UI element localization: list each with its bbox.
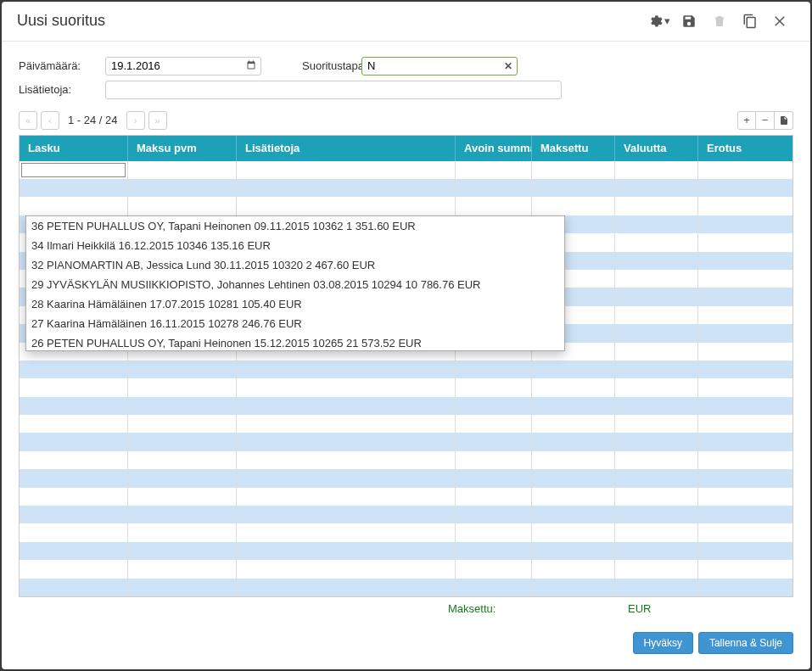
table-cell [128, 433, 237, 450]
table-cell [456, 361, 532, 378]
table-cell [615, 161, 698, 179]
modal-footer: Hyväksy Tallenna & Sulje [2, 625, 810, 669]
table-cell [615, 542, 698, 560]
table-cell [532, 469, 615, 487]
table-cell [237, 560, 456, 578]
table-row[interactable] [20, 179, 792, 197]
table-cell [20, 179, 128, 197]
autocomplete-item[interactable]: 26 PETEN PUHALLUS OY, Tapani Heinonen 15… [26, 333, 564, 351]
table-cell [615, 215, 698, 233]
clear-icon[interactable]: ✕ [504, 60, 512, 72]
table-cell [698, 161, 792, 179]
table-cell [20, 579, 128, 596]
floppy-icon [681, 14, 697, 29]
gear-icon [647, 14, 663, 29]
table-cell [532, 197, 615, 215]
table-row[interactable] [20, 579, 792, 596]
table-cell [456, 197, 532, 215]
table-cell [615, 343, 698, 361]
table-row[interactable] [20, 197, 792, 215]
copy-button[interactable] [736, 7, 764, 36]
delete-button[interactable] [705, 7, 734, 36]
date-input[interactable] [105, 57, 261, 75]
totals-currency: EUR [628, 602, 651, 615]
settings-dropdown-button[interactable]: ▾ [644, 7, 673, 36]
table-row[interactable] [20, 433, 792, 450]
pager-next-button[interactable]: › [126, 111, 145, 130]
table-row[interactable] [20, 542, 792, 560]
pager-label: 1 - 24 / 24 [68, 114, 118, 126]
table-row[interactable] [20, 161, 792, 179]
table-cell [615, 469, 698, 487]
method-input[interactable] [361, 57, 518, 75]
table-cell [20, 197, 128, 215]
pager-last-button[interactable]: » [148, 111, 167, 130]
payment-modal: Uusi suoritus ▾ Päivämäärä: [2, 2, 810, 669]
table-cell [237, 397, 456, 415]
table-row[interactable] [20, 451, 792, 469]
table-cell [128, 397, 237, 415]
table-row[interactable] [20, 488, 792, 506]
modal-body: Päivämäärä: Suoritustapa: ✕ Lisätietoja: [2, 42, 810, 625]
table-cell [237, 469, 456, 487]
table-row[interactable] [20, 378, 792, 396]
table-row[interactable] [20, 361, 792, 378]
table-cell [532, 542, 615, 560]
info-input[interactable] [105, 81, 562, 99]
table-cell [698, 306, 792, 324]
table-row[interactable] [20, 397, 792, 415]
data-grid: Lasku Maksu pvm Lisätietoja Avoin summa … [19, 135, 793, 597]
autocomplete-item[interactable]: 32 PIANOMARTIN AB, Jessica Lund 30.11.20… [26, 255, 564, 275]
pager-first-button[interactable]: « [19, 111, 37, 130]
autocomplete-item[interactable]: 27 Kaarina Hämäläinen 16.11.2015 10278 2… [26, 314, 564, 333]
document-button[interactable] [775, 111, 793, 130]
table-row[interactable] [20, 506, 792, 523]
table-cell [456, 469, 532, 487]
table-cell [456, 397, 532, 415]
pager-prev-button[interactable]: ‹ [41, 111, 59, 130]
table-cell [698, 433, 792, 450]
table-cell [456, 488, 532, 506]
table-cell [20, 542, 128, 560]
table-cell [698, 197, 792, 215]
autocomplete-item[interactable]: 28 Kaarina Hämäläinen 17.07.2015 10281 1… [26, 294, 564, 314]
column-header-maksu-pvm[interactable]: Maksu pvm [128, 136, 237, 161]
autocomplete-item[interactable]: 34 Ilmari Heikkilä 16.12.2015 10346 135.… [26, 236, 564, 255]
table-row[interactable] [20, 560, 792, 578]
close-button[interactable] [766, 7, 795, 36]
grid-toolbar: « ‹ 1 - 24 / 24 › » + − [19, 111, 793, 130]
table-cell [128, 523, 237, 541]
table-cell [237, 488, 456, 506]
table-row[interactable] [20, 469, 792, 487]
table-cell [20, 361, 128, 378]
accept-button[interactable]: Hyväksy [633, 632, 693, 654]
table-cell [237, 161, 456, 179]
table-cell [532, 451, 615, 469]
column-header-avoin-summa[interactable]: Avoin summa [456, 136, 532, 161]
add-row-button[interactable]: + [737, 111, 756, 130]
table-cell [237, 197, 456, 215]
column-header-erotus[interactable]: Erotus [698, 136, 792, 161]
column-header-lasku[interactable]: Lasku [20, 136, 128, 161]
table-cell [615, 415, 698, 433]
table-cell [532, 560, 615, 578]
column-header-lisatietoja[interactable]: Lisätietoja [237, 136, 456, 161]
table-row[interactable] [20, 523, 792, 541]
trash-icon [712, 14, 727, 29]
table-cell [698, 252, 792, 270]
table-cell [456, 560, 532, 578]
grid-header: Lasku Maksu pvm Lisätietoja Avoin summa … [20, 136, 792, 161]
column-header-valuutta[interactable]: Valuutta [615, 136, 698, 161]
table-cell [128, 469, 237, 487]
table-cell [128, 542, 237, 560]
save-button[interactable] [675, 7, 703, 36]
table-cell [615, 488, 698, 506]
column-header-maksettu[interactable]: Maksettu [532, 136, 615, 161]
autocomplete-item[interactable]: 29 JYVÄSKYLÄN MUSIIKKIOPISTO, Johannes L… [26, 275, 564, 294]
autocomplete-item[interactable]: 36 PETEN PUHALLUS OY, Tapani Heinonen 09… [26, 216, 564, 236]
lasku-cell-input[interactable] [21, 163, 126, 177]
table-cell [615, 560, 698, 578]
save-and-close-button[interactable]: Tallenna & Sulje [698, 632, 793, 654]
remove-row-button[interactable]: − [756, 111, 775, 130]
table-row[interactable] [20, 415, 792, 433]
